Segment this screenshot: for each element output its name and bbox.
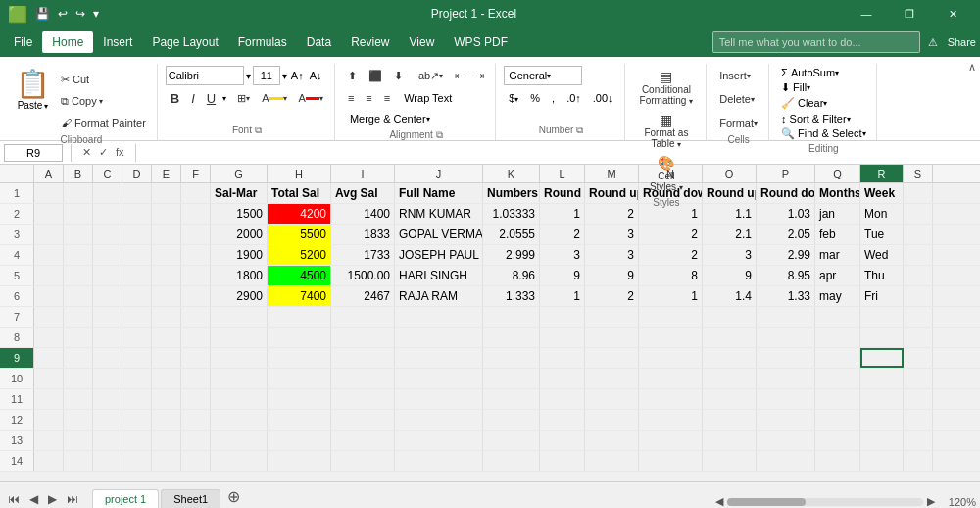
col-header-c[interactable]: C <box>93 165 122 182</box>
close-button[interactable]: ✕ <box>933 0 972 27</box>
insert-function-button[interactable]: fx <box>113 146 127 159</box>
cell-p5[interactable]: 8.95 <box>757 266 815 285</box>
cell-f8[interactable] <box>181 328 211 347</box>
cell-l4[interactable]: 3 <box>540 245 585 265</box>
cell-f12[interactable] <box>181 410 211 430</box>
cell-h7[interactable] <box>268 307 331 327</box>
font-name-input[interactable] <box>166 66 244 85</box>
cell-p11[interactable] <box>757 389 815 409</box>
cell-e10[interactable] <box>152 369 181 388</box>
cell-d8[interactable] <box>122 328 152 347</box>
cell-e7[interactable] <box>152 307 181 327</box>
cancel-formula-button[interactable]: ✕ <box>79 146 94 159</box>
sheet-prev-button[interactable]: ◀ <box>25 490 42 508</box>
cell-s7[interactable] <box>904 307 933 327</box>
cell-g3[interactable]: 2000 <box>211 225 268 244</box>
percent-button[interactable]: % <box>525 89 545 107</box>
cell-o5[interactable]: 9 <box>703 266 757 285</box>
cell-o2[interactable]: 1.1 <box>703 204 757 224</box>
currency-button[interactable]: $▾ <box>504 89 523 107</box>
menu-page-layout[interactable]: Page Layout <box>142 31 227 53</box>
sheet-tab-project1[interactable]: project 1 <box>92 489 159 508</box>
cell-k2[interactable]: 1.03333 <box>483 204 540 224</box>
cell-e8[interactable] <box>152 328 181 347</box>
underline-button[interactable]: U <box>202 88 220 108</box>
cell-m11[interactable] <box>585 389 639 409</box>
cell-e2[interactable] <box>152 204 181 224</box>
cut-button[interactable]: ✂ Cut <box>56 70 151 89</box>
insert-button[interactable]: Insert ▾ <box>714 66 762 85</box>
cell-j8[interactable] <box>395 328 483 347</box>
col-header-j[interactable]: J <box>395 165 483 182</box>
cell-s5[interactable] <box>904 266 933 285</box>
cell-b9[interactable] <box>64 348 93 368</box>
cell-p7[interactable] <box>757 307 815 327</box>
cell-f10[interactable] <box>181 369 211 388</box>
cell-d2[interactable] <box>122 204 152 224</box>
cell-n3[interactable]: 2 <box>639 225 703 244</box>
col-header-f[interactable]: F <box>181 165 211 182</box>
cell-d11[interactable] <box>122 389 152 409</box>
cell-m5[interactable]: 9 <box>585 266 639 285</box>
cell-s11[interactable] <box>904 389 933 409</box>
find-select-button[interactable]: 🔍 Find & Select ▾ <box>777 127 869 141</box>
format-button[interactable]: Format ▾ <box>714 113 762 132</box>
align-center-button[interactable]: ≡ <box>361 88 376 108</box>
cell-q1[interactable]: Months <box>815 183 860 203</box>
cell-i14[interactable] <box>331 451 395 471</box>
col-header-b[interactable]: B <box>64 165 93 182</box>
minimize-button[interactable]: — <box>847 0 886 27</box>
menu-file[interactable]: File <box>4 31 42 53</box>
cell-m14[interactable] <box>585 451 639 471</box>
cell-b5[interactable] <box>64 266 93 285</box>
increase-font-button[interactable]: A↑ <box>289 68 306 83</box>
alignment-expand-icon[interactable]: ⧉ <box>436 129 443 140</box>
cell-o4[interactable]: 3 <box>703 245 757 265</box>
cell-r9[interactable] <box>860 348 904 368</box>
cell-m10[interactable] <box>585 369 639 388</box>
cell-e14[interactable] <box>152 451 181 471</box>
cell-j10[interactable] <box>395 369 483 388</box>
cell-n12[interactable] <box>639 410 703 430</box>
font-name-dropdown[interactable]: ▾ <box>246 71 251 81</box>
cell-m1[interactable]: Round up <box>585 183 639 203</box>
col-header-o[interactable]: O <box>703 165 757 182</box>
cell-g6[interactable]: 2900 <box>211 286 268 306</box>
merge-center-button[interactable]: Merge & Center ▾ <box>343 110 437 127</box>
cell-d14[interactable] <box>122 451 152 471</box>
col-header-i[interactable]: I <box>331 165 395 182</box>
cell-n14[interactable] <box>639 451 703 471</box>
cell-s9[interactable] <box>904 348 933 368</box>
cell-n9[interactable] <box>639 348 703 368</box>
cell-f14[interactable] <box>181 451 211 471</box>
cell-o10[interactable] <box>703 369 757 388</box>
cell-s2[interactable] <box>904 204 933 224</box>
cell-o13[interactable] <box>703 431 757 450</box>
cell-s8[interactable] <box>904 328 933 347</box>
cell-k5[interactable]: 8.96 <box>483 266 540 285</box>
cell-h6[interactable]: 7400 <box>268 286 331 306</box>
font-size-input[interactable] <box>253 66 280 85</box>
cell-k1[interactable]: Numbers <box>483 183 540 203</box>
cell-s6[interactable] <box>904 286 933 306</box>
cell-l12[interactable] <box>540 410 585 430</box>
cell-g14[interactable] <box>211 451 268 471</box>
cell-h3[interactable]: 5500 <box>268 225 331 244</box>
cell-d12[interactable] <box>122 410 152 430</box>
cell-o8[interactable] <box>703 328 757 347</box>
cell-k10[interactable] <box>483 369 540 388</box>
cell-i9[interactable] <box>331 348 395 368</box>
cell-i10[interactable] <box>331 369 395 388</box>
cell-d13[interactable] <box>122 431 152 450</box>
cell-h11[interactable] <box>268 389 331 409</box>
cell-i13[interactable] <box>331 431 395 450</box>
menu-data[interactable]: Data <box>297 31 341 53</box>
cell-c2[interactable] <box>93 204 122 224</box>
cell-c12[interactable] <box>93 410 122 430</box>
number-format-dropdown[interactable]: General ▾ <box>504 66 582 85</box>
cell-c5[interactable] <box>93 266 122 285</box>
cell-s10[interactable] <box>904 369 933 388</box>
menu-wps-pdf[interactable]: WPS PDF <box>444 31 517 53</box>
cell-a6[interactable] <box>34 286 64 306</box>
underline-dropdown[interactable]: ▾ <box>222 94 226 103</box>
